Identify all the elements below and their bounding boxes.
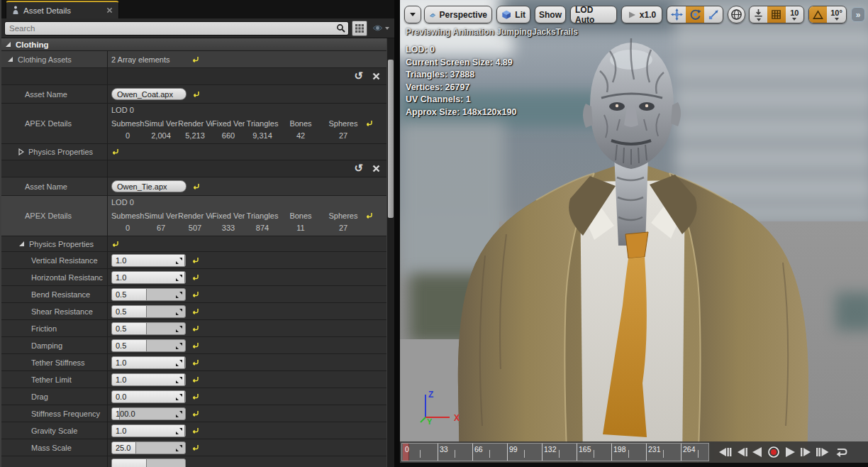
row-tether-limit: Tether Limit 1.0 bbox=[1, 371, 394, 388]
reset-element-icon[interactable]: ↺ bbox=[354, 162, 363, 175]
tick bbox=[681, 444, 681, 461]
expanded-arrow-icon[interactable] bbox=[7, 56, 13, 62]
revert-icon[interactable] bbox=[191, 56, 199, 63]
revert-icon[interactable] bbox=[192, 91, 200, 98]
stat-approx-size: Approx Size: 148x120x190 bbox=[406, 106, 516, 119]
category-clothing[interactable]: Clothing bbox=[1, 38, 394, 51]
stiffness-frequency-spinbox[interactable]: 100.0 bbox=[111, 407, 186, 420]
lod-auto-label: LOD Auto bbox=[575, 5, 612, 25]
step-backward-button[interactable] bbox=[735, 446, 748, 458]
perspective-button[interactable]: Perspective bbox=[424, 6, 492, 23]
revert-icon[interactable] bbox=[111, 241, 119, 248]
to-front-button[interactable] bbox=[716, 446, 732, 458]
horizontal-resistance-spinbox[interactable]: 1.0 bbox=[111, 271, 186, 284]
surface-snap-button[interactable] bbox=[750, 6, 767, 23]
grid-snap-value-button[interactable]: 10 bbox=[786, 6, 803, 23]
revert-icon[interactable] bbox=[191, 427, 199, 434]
asset-name-input-0[interactable]: Owen_Coat.apx bbox=[111, 88, 187, 100]
reset-element-icon[interactable]: ↺ bbox=[354, 70, 363, 82]
record-button[interactable] bbox=[766, 444, 781, 460]
play-reverse-icon bbox=[751, 446, 763, 458]
revert-icon[interactable] bbox=[192, 183, 200, 190]
rotate-tool-button[interactable] bbox=[686, 6, 704, 23]
vertical-resistance-spinbox[interactable]: 1.0 bbox=[111, 254, 186, 267]
scale-tool-button[interactable] bbox=[704, 6, 723, 23]
element-0-header-row: ↺ bbox=[1, 68, 394, 85]
revert-icon[interactable] bbox=[191, 342, 199, 349]
revert-icon[interactable] bbox=[191, 291, 199, 298]
tick-label: 198 bbox=[613, 445, 626, 454]
tether-stiffness-spinbox[interactable]: 1.0 bbox=[111, 356, 186, 369]
search-input[interactable] bbox=[4, 21, 349, 35]
row-drag: Drag 0.0 bbox=[1, 388, 394, 405]
delete-element-icon[interactable] bbox=[372, 165, 380, 172]
play-reverse-button[interactable] bbox=[751, 446, 763, 458]
revert-icon[interactable] bbox=[191, 359, 199, 366]
preview-viewport[interactable]: Perspective Lit Show LOD Auto x1.0 bbox=[400, 0, 868, 467]
damping-spinbox[interactable]: 0.5 bbox=[111, 339, 186, 352]
collapsed-arrow-icon[interactable] bbox=[18, 148, 24, 155]
bend-resistance-spinbox[interactable]: 0.5 bbox=[111, 288, 186, 301]
revert-icon[interactable] bbox=[365, 212, 373, 219]
shear-resistance-spinbox[interactable]: 0.5 bbox=[111, 305, 186, 318]
revert-icon[interactable] bbox=[191, 410, 199, 417]
expanded-arrow-icon[interactable] bbox=[18, 241, 25, 247]
loop-button[interactable] bbox=[834, 446, 848, 458]
play-button[interactable] bbox=[784, 446, 796, 458]
angle-snap-button[interactable] bbox=[809, 6, 827, 23]
visibility-filter-button[interactable] bbox=[370, 21, 391, 36]
property-label: Damping bbox=[31, 341, 62, 350]
friction-spinbox[interactable]: 0.5 bbox=[111, 322, 186, 335]
world-coordinate-button[interactable] bbox=[728, 6, 745, 23]
revert-icon[interactable] bbox=[191, 444, 199, 451]
view-options-grid-button[interactable] bbox=[352, 21, 367, 36]
axis-gizmo: Z X Y bbox=[417, 388, 468, 433]
revert-icon[interactable] bbox=[191, 376, 199, 383]
search-field[interactable] bbox=[4, 21, 349, 35]
revert-icon[interactable] bbox=[191, 393, 199, 400]
tick-label: 231 bbox=[648, 445, 661, 454]
toolbar-overflow-button[interactable]: » bbox=[851, 7, 865, 22]
revert-icon[interactable] bbox=[111, 148, 119, 155]
grid-snap-value: 10 bbox=[790, 9, 799, 17]
viewport-options-button[interactable] bbox=[404, 6, 421, 23]
tab-close-icon[interactable] bbox=[106, 7, 113, 13]
timeline-scrubber[interactable]: 0 33 66 99 132 165 198 231 264 bbox=[401, 443, 709, 461]
tick-label: 264 bbox=[683, 445, 696, 454]
drag-spinbox[interactable]: 0.0 bbox=[111, 390, 186, 403]
playback-speed-button[interactable]: x1.0 bbox=[621, 6, 662, 23]
delete-element-icon[interactable] bbox=[372, 72, 380, 80]
revert-icon[interactable] bbox=[191, 308, 199, 315]
details-scrollbar[interactable] bbox=[386, 38, 394, 467]
move-tool-button[interactable] bbox=[667, 6, 686, 23]
row-physics-properties-0[interactable]: Physics Properties bbox=[1, 144, 394, 160]
tether-limit-spinbox[interactable]: 1.0 bbox=[111, 373, 186, 386]
grid-snap-button[interactable] bbox=[767, 6, 785, 23]
revert-icon[interactable] bbox=[365, 120, 373, 127]
angle-snap-value-button[interactable]: 10° bbox=[827, 6, 846, 23]
scrollbar-thumb[interactable] bbox=[388, 60, 394, 218]
partial-spinbox[interactable] bbox=[111, 458, 186, 467]
to-end-button[interactable] bbox=[816, 446, 831, 458]
revert-icon[interactable] bbox=[191, 325, 199, 332]
tick-minor bbox=[698, 450, 699, 458]
row-physics-properties-1[interactable]: Physics Properties bbox=[1, 236, 394, 252]
spinbox-grip-icon bbox=[175, 257, 183, 265]
revert-icon[interactable] bbox=[191, 274, 199, 281]
spinbox-grip-icon bbox=[175, 376, 183, 384]
show-button[interactable]: Show bbox=[535, 6, 566, 23]
asset-name-input-1[interactable]: Owen_Tie.apx bbox=[111, 180, 187, 192]
spinbox-grip-icon bbox=[175, 444, 183, 452]
mass-scale-spinbox[interactable]: 25.0 bbox=[111, 441, 186, 454]
spinbox-grip-icon bbox=[175, 410, 183, 418]
gravity-scale-spinbox[interactable]: 1.0 bbox=[111, 424, 186, 437]
physics-properties-label: Physics Properties bbox=[28, 148, 93, 156]
lit-button[interactable]: Lit bbox=[496, 6, 530, 23]
lod-auto-button[interactable]: LOD Auto bbox=[570, 6, 617, 23]
angle-snap-icon bbox=[813, 10, 823, 20]
step-forward-button[interactable] bbox=[799, 446, 813, 458]
revert-icon[interactable] bbox=[191, 257, 199, 264]
row-clothing-assets[interactable]: Clothing Assets 2 Array elements bbox=[1, 51, 394, 68]
tab-asset-details[interactable]: Asset Details bbox=[6, 1, 119, 18]
viewport-bottom-border bbox=[400, 463, 868, 467]
